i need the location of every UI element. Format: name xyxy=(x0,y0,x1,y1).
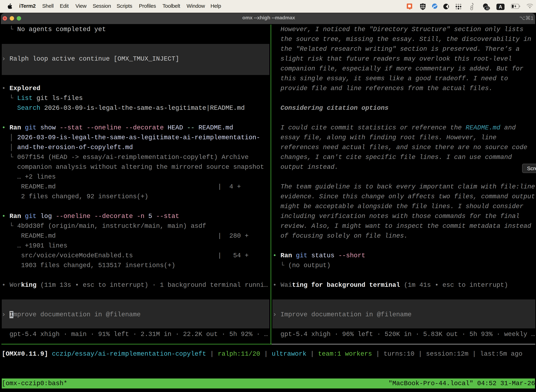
svg-text:..61: ..61 xyxy=(485,7,490,10)
